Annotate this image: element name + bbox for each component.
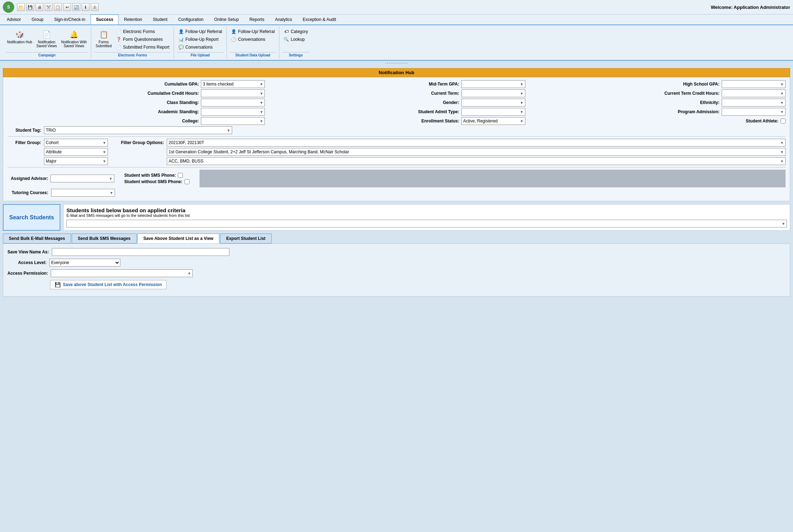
menu-signin[interactable]: Sign-in/Check-in (49, 15, 91, 24)
tab-export-student-list[interactable]: Export Student List (220, 234, 272, 243)
menu-exception-audit[interactable]: Exception & Audit (297, 15, 341, 24)
search-info: Students listed below based on applied c… (63, 204, 790, 231)
cumulative-gpa-dropdown[interactable]: 3 items checked ▼ (201, 80, 265, 88)
mid-term-gpa-dropdown[interactable]: ▼ (461, 80, 525, 88)
college-dropdown[interactable]: ▼ (201, 117, 265, 125)
form-row-4: Academic Standing: ▼ Student Admit Type:… (7, 108, 786, 116)
save-student-list-button[interactable]: 💾 Save above Student List with Access Pe… (50, 280, 166, 289)
search-results-dropdown[interactable]: ▼ (66, 220, 787, 227)
ribbon-btn-form-questionnaires[interactable]: ❓ Form Questionnaires (115, 36, 171, 43)
ribbon-btn-conversations-2[interactable]: 🕐 Conversations (230, 36, 276, 43)
toolbar-btn-4[interactable]: ✂️ (45, 3, 53, 11)
lookup-icon: 🔍 (284, 37, 289, 42)
current-term-dropdown[interactable]: ▼ (461, 89, 525, 97)
search-info-title: Students listed below based on applied c… (66, 207, 787, 213)
gender-dropdown[interactable]: ▼ (461, 99, 525, 106)
student-tag-label: Student Tag: (7, 128, 41, 133)
save-view-name-input[interactable] (52, 248, 229, 256)
filter-group-options-1-dropdown[interactable]: 202130F, 202130T ▼ (167, 139, 786, 147)
cumulative-credit-hours-label: Cumulative Credit Hours: (148, 91, 199, 96)
notification-hub-icon: 🎲 (14, 29, 25, 40)
section-title: Notification Hub (3, 68, 790, 77)
tab-save-student-list[interactable]: Save Above Student List as a View (137, 234, 219, 243)
student-tag-dropdown[interactable]: TRiO ▼ (44, 126, 232, 134)
ribbon-settings-label: Settings (282, 52, 310, 57)
content-area: Notification Hub Cumulative GPA: 3 items… (0, 65, 793, 300)
program-admission-dropdown[interactable]: ▼ (722, 108, 786, 116)
filter-group-row-3: Major ▼ ACC, BMD, BUSS ▼ (44, 157, 786, 165)
search-info-subtitle: E-Mail and SMS messages will go to the s… (66, 213, 787, 218)
student-admit-type-dropdown[interactable]: ▼ (461, 108, 525, 116)
app-icon: S (3, 1, 14, 13)
conversations-1-icon: 💬 (178, 44, 184, 50)
filter-group-row-2: Attribute ▼ 1st Generation College Stude… (44, 148, 786, 156)
menu-advisor[interactable]: Advisor (1, 15, 26, 24)
ribbon-group-campaign: 🎲 Notification Hub 📄 NotificationSaved V… (3, 27, 91, 59)
student-without-sms-checkbox[interactable] (185, 179, 190, 184)
ribbon-btn-followup-referral-2[interactable]: 👤 Follow-Up/ Referral (230, 28, 276, 35)
filter-group-attribute-dropdown[interactable]: Attribute ▼ (44, 148, 108, 156)
menu-retention[interactable]: Retention (119, 15, 147, 24)
access-level-select[interactable]: EveryonePrivateGroup (49, 259, 120, 267)
access-permission-dropdown[interactable]: ▼ (51, 269, 193, 277)
current-term-credit-hours-dropdown[interactable]: ▼ (722, 89, 786, 97)
title-bar: S 📁 💾 🖨 ✂️ 📋 ↩ 🔄 ℹ ⚠ Welcome: Applicatio… (0, 0, 793, 15)
ribbon-group-settings: 🏷 Category 🔍 Lookup Settings (279, 27, 312, 59)
menu-student[interactable]: Student (148, 15, 173, 24)
form-panel: Cumulative GPA: 3 items checked ▼ Mid-Te… (3, 77, 790, 201)
filter-group-row-1: Filter Group: Cohort ▼ Filter Group Opti… (7, 139, 786, 147)
toolbar-btn-7[interactable]: 🔄 (72, 3, 80, 11)
high-school-gpa-dropdown[interactable]: ▼ (722, 80, 786, 88)
toolbar-btn-9[interactable]: ⚠ (91, 3, 99, 11)
toolbar-btn-6[interactable]: ↩ (63, 3, 71, 11)
tutoring-courses-dropdown[interactable]: ▼ (51, 189, 115, 197)
ribbon-btn-forms-submitted[interactable]: 📋 FormsSubmitted (94, 28, 113, 49)
tab-send-bulk-sms[interactable]: Send Bulk SMS Messages (72, 234, 137, 243)
filter-group-cohort-dropdown[interactable]: Cohort ▼ (44, 139, 108, 147)
student-athlete-checkbox[interactable] (781, 119, 786, 124)
followup-report-icon: 📊 (178, 37, 184, 42)
toolbar-btn-8[interactable]: ℹ (82, 3, 89, 11)
ribbon-btn-lookup[interactable]: 🔍 Lookup (282, 36, 310, 43)
ribbon-campaign-items: 🎲 Notification Hub 📄 NotificationSaved V… (6, 28, 88, 51)
class-standing-dropdown[interactable]: ▼ (201, 99, 265, 106)
cumulative-credit-hours-dropdown[interactable]: ▼ (201, 89, 265, 97)
menu-reports[interactable]: Reports (244, 15, 270, 24)
toolbar-btn-1[interactable]: 📁 (17, 3, 25, 11)
ribbon-btn-category[interactable]: 🏷 Category (282, 28, 310, 35)
ribbon-fileupload-items: 👤 Follow-Up/ Referral 📊 Follow-Up Report… (177, 28, 223, 51)
student-with-sms-checkbox[interactable] (178, 173, 183, 178)
assigned-advisor-dropdown[interactable]: ▼ (50, 175, 114, 182)
form-row-2: Cumulative Credit Hours: ▼ Current Term:… (7, 89, 786, 97)
ribbon-btn-notification-hub[interactable]: 🎲 Notification Hub (6, 28, 34, 45)
menu-success[interactable]: Success (91, 15, 119, 24)
ribbon-btn-electronic-forms[interactable]: 📄 Electronic Forms (115, 28, 171, 35)
followup-referral-2-icon: 👤 (231, 29, 237, 34)
toolbar-btn-3[interactable]: 🖨 (35, 3, 43, 11)
ribbon-btn-conversations-1[interactable]: 💬 Conversations (177, 44, 223, 51)
menu-online-setup[interactable]: Online Setup (209, 15, 244, 24)
tab-send-bulk-email[interactable]: Send Bulk E-Mail Messages (3, 234, 71, 243)
ribbon-btn-followup-referral-1[interactable]: 👤 Follow-Up/ Referral (177, 28, 223, 35)
menu-configuration[interactable]: Configuration (173, 15, 209, 24)
enrollment-status-dropdown[interactable]: Active, Registered ▼ (461, 117, 525, 125)
ribbon-btn-followup-report[interactable]: 📊 Follow-Up Report (177, 36, 223, 43)
ribbon-fileupload-label: File Upload (177, 52, 223, 57)
menu-group[interactable]: Group (26, 15, 49, 24)
toolbar-btn-5[interactable]: 📋 (54, 3, 62, 11)
ethnicity-dropdown[interactable]: ▼ (722, 99, 786, 106)
ribbon-studentdata-items: 👤 Follow-Up/ Referral 🕐 Conversations (230, 28, 276, 51)
ribbon-btn-notification-with-saved-views[interactable]: 🔔 Notification WithSaved Views (60, 28, 88, 49)
menu-analytics[interactable]: Analytics (270, 15, 297, 24)
ribbon-btn-submitted-forms-report[interactable]: 📄 Submitted Forms Report (115, 44, 171, 51)
ribbon-btn-notification-saved-views[interactable]: 📄 NotificationSaved Views (35, 28, 59, 49)
academic-standing-dropdown[interactable]: ▼ (201, 108, 265, 116)
ribbon-group-file-upload: 👤 Follow-Up/ Referral 📊 Follow-Up Report… (174, 27, 226, 59)
filter-group-options-3-dropdown[interactable]: ACC, BMD, BUSS ▼ (167, 157, 786, 165)
search-students-button[interactable]: Search Students (3, 204, 60, 231)
filter-group-options-2-dropdown[interactable]: 1st Generation College Student, 2+2 Jeff… (167, 148, 786, 156)
forms-submitted-icon: 📋 (98, 29, 109, 40)
filter-group-major-dropdown[interactable]: Major ▼ (44, 157, 108, 165)
toolbar-btn-2[interactable]: 💾 (26, 3, 34, 11)
welcome-text: Welcome: Application Administrator (711, 5, 790, 10)
